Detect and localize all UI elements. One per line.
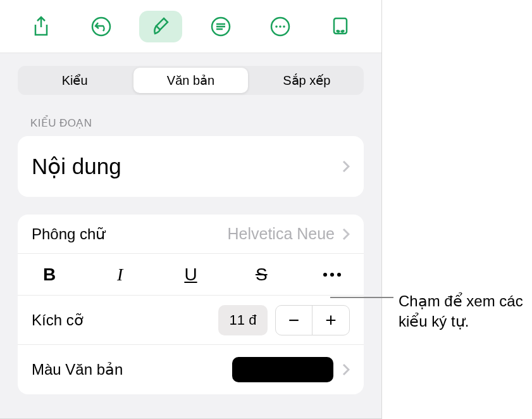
brush-icon — [151, 16, 170, 37]
content-area: KIỂU ĐOẠN Nội dung Phông chữ Helvetica N… — [0, 95, 381, 418]
format-panel: Kiểu Văn bản Sắp xếp KIỂU ĐOẠN Nội dung … — [0, 0, 382, 419]
svg-point-7 — [279, 25, 281, 28]
underline-button[interactable]: U — [173, 261, 209, 289]
callout-line — [330, 297, 393, 298]
svg-point-6 — [275, 25, 278, 28]
svg-point-8 — [283, 25, 285, 28]
ellipsis-icon — [323, 273, 341, 277]
paragraph-style-card: Nội dung — [18, 136, 364, 197]
svg-rect-9 — [334, 18, 347, 34]
format-brush-button[interactable] — [139, 11, 182, 42]
chevron-right-icon — [342, 363, 350, 376]
chevron-right-icon — [342, 228, 350, 241]
paragraph-style-name: Nội dung — [32, 154, 342, 179]
tabs-container: Kiểu Văn bản Sắp xếp — [0, 53, 381, 95]
undo-icon — [90, 16, 112, 37]
strikethrough-button[interactable]: S — [244, 261, 279, 289]
read-icon — [331, 16, 350, 37]
undo-button[interactable] — [80, 11, 123, 42]
text-color-row[interactable]: Màu Văn bản — [18, 345, 364, 394]
size-stepper: − + — [275, 305, 350, 335]
share-button[interactable] — [20, 11, 63, 42]
tab-text[interactable]: Văn bản — [133, 68, 247, 93]
more-button[interactable] — [259, 11, 302, 42]
comment-icon — [210, 16, 232, 37]
text-format-card: Phông chữ Helvetica Neue B I U S Kích cỡ… — [18, 215, 364, 394]
paragraph-styles-label: KIỂU ĐOẠN — [30, 116, 364, 130]
size-increase-button[interactable]: + — [312, 306, 349, 335]
bold-button[interactable]: B — [32, 261, 67, 289]
reading-mode-button[interactable] — [319, 11, 362, 42]
chevron-right-icon — [342, 160, 350, 173]
format-tabs: Kiểu Văn bản Sắp xếp — [18, 66, 364, 95]
size-row: Kích cỡ 11 đ − + — [18, 296, 364, 345]
italic-button[interactable]: I — [102, 261, 138, 289]
callout-text: Chạm để xem các kiểu ký tự. — [399, 291, 525, 332]
size-value[interactable]: 11 đ — [218, 305, 268, 335]
size-decrease-button[interactable]: − — [276, 306, 312, 335]
top-toolbar — [0, 0, 381, 53]
text-color-label: Màu Văn bản — [32, 361, 232, 378]
font-label: Phông chữ — [32, 225, 227, 243]
comment-button[interactable] — [199, 11, 242, 42]
text-color-swatch[interactable] — [232, 357, 333, 382]
font-row[interactable]: Phông chữ Helvetica Neue — [18, 215, 364, 254]
tab-arrange[interactable]: Sắp xếp — [250, 66, 364, 95]
more-text-options-button[interactable] — [314, 261, 350, 289]
more-circle-icon — [269, 16, 291, 37]
tab-style[interactable]: Kiểu — [18, 66, 132, 95]
style-buttons-row: B I U S — [18, 254, 364, 296]
font-value: Helvetica Neue — [227, 225, 335, 243]
size-label: Kích cỡ — [32, 311, 218, 329]
share-icon — [32, 16, 51, 37]
paragraph-style-row[interactable]: Nội dung — [18, 136, 364, 197]
